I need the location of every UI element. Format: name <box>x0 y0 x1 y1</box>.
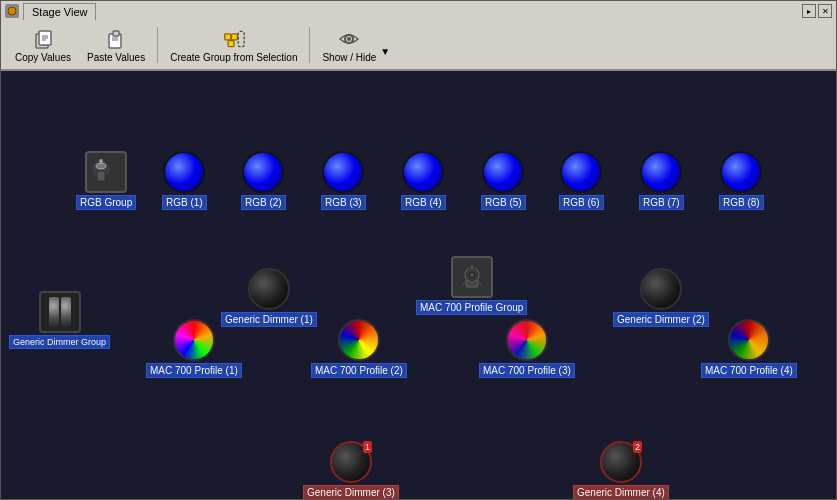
stage-area: RGB Group RGB (1) RGB (2) RGB (3) RGB (4… <box>1 71 836 499</box>
mac700-4-label: MAC 700 Profile (4) <box>701 363 797 378</box>
show-hide-icon <box>338 28 360 50</box>
fixture-mac700-group[interactable]: MAC 700 Profile Group <box>416 256 527 315</box>
show-hide-arrow: ▼ <box>380 46 390 57</box>
dimmer-3-badge: 1 <box>363 441 372 453</box>
svg-point-15 <box>347 37 351 41</box>
rgb-7-label: RGB (7) <box>639 195 684 210</box>
svg-rect-10 <box>224 33 230 39</box>
svg-rect-11 <box>231 33 237 39</box>
pin-button[interactable]: ▸ <box>802 4 816 18</box>
generic-dimmer-group-icon <box>39 291 81 333</box>
mac700-1-icon <box>173 319 215 361</box>
fixture-rgb-6[interactable]: RGB (6) <box>559 151 604 210</box>
svg-rect-18 <box>97 171 105 181</box>
rgb-4-label: RGB (4) <box>401 195 446 210</box>
generic-dimmer-4-label: Generic Dimmer (4) <box>573 485 669 499</box>
svg-point-24 <box>470 273 474 277</box>
stage-view-window: Stage View ▸ ✕ Copy Values <box>0 0 837 500</box>
fixture-mac700-2[interactable]: MAC 700 Profile (2) <box>311 319 407 378</box>
show-hide-button[interactable]: Show / Hide <box>316 26 382 65</box>
generic-dimmer-3-wrapper: 1 <box>330 441 372 483</box>
svg-rect-13 <box>238 31 244 46</box>
title-bar: Stage View ▸ ✕ <box>1 1 836 21</box>
mac700-2-icon <box>338 319 380 361</box>
svg-rect-12 <box>228 40 234 46</box>
generic-dimmer-1-icon <box>248 268 290 310</box>
svg-line-27 <box>480 283 483 287</box>
mac700-3-icon <box>506 319 548 361</box>
rgb-group-wrapper <box>85 151 127 193</box>
fixture-generic-dimmer-group[interactable]: Generic Dimmer Group <box>9 291 110 349</box>
toolbar-divider-1 <box>157 27 158 63</box>
rgb-1-label: RGB (1) <box>162 195 207 210</box>
fixture-generic-dimmer-2[interactable]: Generic Dimmer (2) <box>613 268 709 327</box>
rgb-6-icon <box>560 151 602 193</box>
show-hide-label: Show / Hide <box>322 52 376 63</box>
svg-point-20 <box>99 159 103 163</box>
generic-dimmer-4-wrapper: 2 <box>600 441 642 483</box>
rgb-6-label: RGB (6) <box>559 195 604 210</box>
paste-icon <box>105 28 127 50</box>
tab-label: Stage View <box>32 6 87 18</box>
toolbar: Copy Values Paste Values <box>1 21 836 71</box>
svg-line-26 <box>461 283 464 287</box>
fixture-generic-dimmer-4[interactable]: 2 Generic Dimmer (4) <box>573 441 669 499</box>
fixture-mac700-3[interactable]: MAC 700 Profile (3) <box>479 319 575 378</box>
svg-rect-7 <box>113 31 119 36</box>
fixture-generic-dimmer-3[interactable]: 1 Generic Dimmer (3) <box>303 441 399 499</box>
rgb-3-label: RGB (3) <box>321 195 366 210</box>
rgb-5-label: RGB (5) <box>481 195 526 210</box>
rgb-2-label: RGB (2) <box>241 195 286 210</box>
copy-values-button[interactable]: Copy Values <box>9 26 77 65</box>
mac700-1-label: MAC 700 Profile (1) <box>146 363 242 378</box>
dimmer-4-badge: 2 <box>633 441 642 453</box>
generic-dimmer-2-icon <box>640 268 682 310</box>
mac700-4-icon <box>728 319 770 361</box>
dimmer-slot-1 <box>49 297 59 327</box>
svg-point-0 <box>8 7 16 15</box>
paste-values-label: Paste Values <box>87 52 145 63</box>
fixture-rgb-7[interactable]: RGB (7) <box>639 151 684 210</box>
mac700-group-label: MAC 700 Profile Group <box>416 300 527 315</box>
rgb-4-icon <box>402 151 444 193</box>
fixture-group-rgb-group[interactable]: RGB Group <box>76 151 136 210</box>
rgb-1-icon <box>163 151 205 193</box>
fixture-mac700-1[interactable]: MAC 700 Profile (1) <box>146 319 242 378</box>
generic-dimmer-3-label: Generic Dimmer (3) <box>303 485 399 499</box>
copy-icon <box>32 28 54 50</box>
title-bar-left: Stage View <box>5 3 96 20</box>
create-group-label: Create Group from Selection <box>170 52 297 63</box>
rgb-8-icon <box>720 151 762 193</box>
toolbar-divider-2 <box>309 27 310 63</box>
fixture-rgb-4[interactable]: RGB (4) <box>401 151 446 210</box>
rgb-8-label: RGB (8) <box>719 195 764 210</box>
rgb-group-icon <box>85 151 127 193</box>
close-button[interactable]: ✕ <box>818 4 832 18</box>
fixture-rgb-3[interactable]: RGB (3) <box>321 151 366 210</box>
fixture-rgb-1[interactable]: RGB (1) <box>162 151 207 210</box>
paste-values-button[interactable]: Paste Values <box>81 26 151 65</box>
stage-view-tab[interactable]: Stage View <box>23 3 96 20</box>
fixture-rgb-8[interactable]: RGB (8) <box>719 151 764 210</box>
rgb-3-icon <box>322 151 364 193</box>
copy-values-label: Copy Values <box>15 52 71 63</box>
fixture-mac700-4[interactable]: MAC 700 Profile (4) <box>701 319 797 378</box>
fixture-rgb-2[interactable]: RGB (2) <box>241 151 286 210</box>
create-group-icon <box>223 28 245 50</box>
generic-dimmer-group-label: Generic Dimmer Group <box>9 335 110 349</box>
svg-rect-25 <box>470 265 474 270</box>
dimmer-slot-2 <box>61 297 71 327</box>
fixture-rgb-5[interactable]: RGB (5) <box>481 151 526 210</box>
rgb-2-icon <box>242 151 284 193</box>
mac700-3-label: MAC 700 Profile (3) <box>479 363 575 378</box>
mac700-2-label: MAC 700 Profile (2) <box>311 363 407 378</box>
rgb-7-icon <box>640 151 682 193</box>
rgb-group-label: RGB Group <box>76 195 136 210</box>
title-bar-controls: ▸ ✕ <box>802 4 832 18</box>
generic-dimmer-2-label: Generic Dimmer (2) <box>613 312 709 327</box>
rgb-5-icon <box>482 151 524 193</box>
mac700-group-icon <box>451 256 493 298</box>
create-group-button[interactable]: Create Group from Selection <box>164 26 303 65</box>
stage-view-icon <box>5 4 19 18</box>
